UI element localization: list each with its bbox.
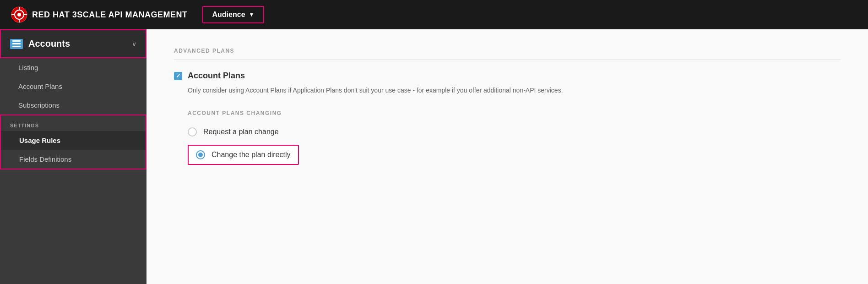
account-plans-checkbox-row: Account Plans [174, 71, 841, 81]
accounts-icon-line2 [12, 43, 21, 44]
radio-inner-dot [198, 153, 203, 157]
sidebar-item-fields-definitions[interactable]: Fields Definitions [1, 150, 146, 169]
radio-change-directly-label: Change the plan directly [212, 151, 291, 159]
audience-dropdown-button[interactable]: Audience ▼ [202, 6, 265, 23]
account-plans-label: Account Plans [188, 71, 245, 81]
account-plans-checkbox[interactable] [174, 72, 182, 80]
accounts-label: Accounts [28, 38, 126, 49]
radio-row-request: Request a plan change [188, 127, 841, 137]
advanced-plans-title: ADVANCED PLANS [174, 48, 841, 60]
radio-request-label: Request a plan change [203, 128, 279, 136]
chevron-down-icon: ▼ [249, 11, 255, 18]
sidebar-accounts-section[interactable]: Accounts ∨ [0, 29, 146, 58]
audience-label: Audience [212, 11, 245, 19]
logo: RED HAT 3SCALE API MANAGEMENT [11, 6, 188, 23]
body-container: Accounts ∨ Listing Account Plans Subscri… [0, 29, 868, 284]
settings-group: Settings Usage Rules Fields Definitions [0, 115, 146, 169]
accounts-submenu: Listing Account Plans Subscriptions [0, 58, 146, 115]
main-content: ADVANCED PLANS Account Plans Only consid… [146, 29, 868, 284]
accounts-chevron-icon: ∨ [132, 40, 136, 48]
radio-change-directly[interactable] [196, 150, 205, 159]
logo-text: RED HAT 3SCALE API MANAGEMENT [32, 10, 188, 20]
accounts-icon-line1 [12, 40, 21, 42]
sidebar: Accounts ∨ Listing Account Plans Subscri… [0, 29, 146, 284]
redhat-logo-icon [11, 6, 27, 23]
accounts-icon [10, 39, 23, 49]
radio-request-plan-change[interactable] [188, 127, 197, 137]
account-plans-description: Only consider using Account Plans if App… [188, 85, 600, 95]
sidebar-item-subscriptions[interactable]: Subscriptions [0, 96, 146, 115]
radio-row-change-directly-highlighted: Change the plan directly [188, 145, 299, 165]
settings-section-header: Settings [1, 115, 146, 131]
sidebar-item-listing[interactable]: Listing [0, 58, 146, 77]
account-plans-changing-title: ACCOUNT PLANS CHANGING [188, 110, 841, 116]
top-navigation: RED HAT 3SCALE API MANAGEMENT Audience ▼ [0, 0, 868, 29]
svg-point-2 [17, 13, 21, 16]
accounts-icon-line3 [12, 46, 21, 47]
sidebar-item-usage-rules[interactable]: Usage Rules [1, 131, 146, 150]
sidebar-item-account-plans[interactable]: Account Plans [0, 77, 146, 96]
